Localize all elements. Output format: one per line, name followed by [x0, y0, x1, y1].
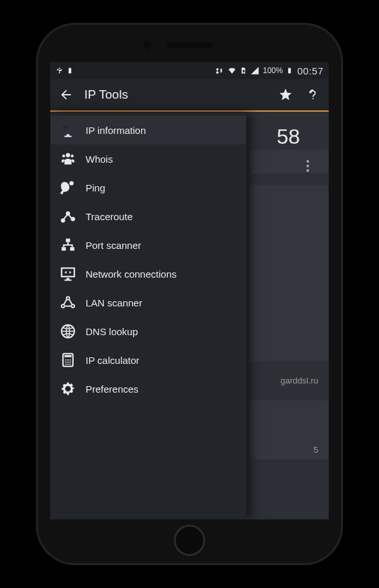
drawer-item-whois[interactable]: Whois	[50, 144, 246, 173]
route-icon	[58, 206, 78, 226]
calculator-icon	[58, 350, 78, 370]
arrows-monitor-icon	[58, 264, 78, 284]
drawer-item-label: Port scanner	[86, 240, 141, 251]
svg-point-26	[69, 363, 71, 365]
svg-point-14	[72, 305, 74, 307]
svg-point-27	[67, 387, 69, 390]
appbar: IP Tools	[50, 79, 329, 112]
clock-label: 00:57	[297, 65, 323, 76]
navigation-drawer: IP informationWhoisPingTraceroutePort sc…	[50, 113, 246, 519]
id-label: 5	[314, 445, 318, 455]
svg-rect-7	[70, 247, 74, 250]
svg-point-1	[69, 181, 74, 186]
battery-full-icon	[67, 66, 73, 75]
app-title: IP Tools	[84, 88, 267, 102]
lan-nodes-icon	[58, 293, 78, 312]
svg-rect-0	[63, 126, 67, 129]
usb-icon	[56, 66, 63, 75]
svg-point-23	[69, 361, 71, 363]
drawer-item-dns-lookup[interactable]: DNS lookup	[50, 317, 246, 346]
network-icon	[58, 235, 78, 255]
drawer-item-lan-scanner[interactable]: LAN scanner	[50, 288, 246, 317]
svg-point-19	[67, 359, 69, 361]
drawer-item-label: IP calculator	[86, 355, 139, 366]
drawer-item-ping[interactable]: Ping	[50, 173, 246, 202]
monitor-icon	[58, 120, 78, 140]
svg-point-25	[67, 363, 69, 365]
host-label: garddsl.ru	[280, 376, 318, 385]
svg-rect-8	[61, 268, 74, 276]
content-card	[250, 150, 329, 173]
battery-percent-label: 100%	[263, 66, 283, 75]
drawer-item-label: LAN scanner	[86, 297, 142, 308]
drawer-item-preferences[interactable]: Preferences	[50, 374, 246, 403]
svg-point-12	[67, 297, 69, 299]
svg-point-13	[62, 305, 64, 307]
wifi-icon	[227, 66, 237, 75]
svg-point-18	[65, 359, 67, 361]
drawer-item-label: Preferences	[86, 384, 139, 395]
vibrate-mute-icon	[214, 66, 224, 75]
drawer-item-label: Network connections	[86, 269, 176, 280]
drawer-item-label: Ping	[86, 182, 105, 193]
back-button[interactable]	[57, 86, 75, 104]
svg-point-20	[69, 359, 71, 361]
help-button[interactable]	[304, 86, 322, 104]
drawer-item-traceroute[interactable]: Traceroute	[50, 202, 246, 231]
svg-rect-17	[65, 355, 72, 357]
favorite-button[interactable]	[276, 86, 295, 104]
drawer-item-port-scanner[interactable]: Port scanner	[50, 231, 246, 259]
content-card	[250, 185, 329, 361]
drawer-item-label: DNS lookup	[86, 326, 138, 337]
svg-point-22	[67, 361, 69, 363]
drawer-item-label: Traceroute	[86, 211, 133, 222]
sim-icon	[240, 66, 247, 75]
drawer-item-ip-information[interactable]: IP information	[50, 116, 246, 144]
drawer-item-ip-calculator[interactable]: IP calculator	[50, 346, 246, 374]
drawer-item-label: IP information	[86, 125, 146, 136]
drawer-item-label: Whois	[86, 154, 113, 165]
drawer-item-network-connections[interactable]: Network connections	[50, 259, 246, 288]
svg-point-24	[65, 363, 67, 365]
battery-icon	[286, 65, 293, 76]
overflow-menu-button[interactable]	[301, 155, 314, 177]
svg-rect-5	[66, 238, 71, 242]
gear-icon	[58, 379, 78, 399]
pingpong-icon	[58, 178, 78, 197]
globe-icon	[58, 321, 78, 341]
people-icon	[58, 149, 78, 169]
signal-icon	[250, 66, 259, 75]
svg-point-21	[65, 361, 67, 363]
statusbar: 100% 00:57	[50, 62, 329, 79]
ip-address-value: 58	[276, 125, 300, 149]
svg-rect-6	[61, 247, 66, 250]
